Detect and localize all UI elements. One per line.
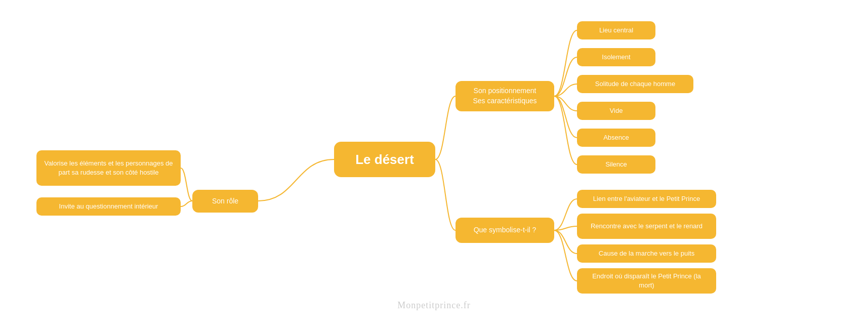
leaf-endroit: Endroit où disparaît le Petit Prince (la… [577, 268, 716, 294]
leaf-vide: Vide [577, 102, 655, 120]
leaf-valorise: Valorise les éléments et les personnages… [36, 150, 181, 186]
mindmap-container: Le désert Son positionnementSes caractér… [0, 0, 868, 331]
leaf-lien: Lien entre l'aviateur et le Petit Prince [577, 190, 716, 208]
leaf-isolement: Isolement [577, 48, 655, 66]
leaf-cause: Cause de la marche vers le puits [577, 244, 716, 263]
watermark: Monpetitprince.fr [397, 300, 470, 311]
positionnement-label: Son positionnementSes caractéristiques [473, 86, 536, 106]
leaf-rencontre: Rencontre avec le serpent et le renard [577, 214, 716, 239]
center-label: Le désert [355, 150, 414, 169]
leaf-invite: Invite au questionnement intérieur [36, 197, 181, 216]
symbolise-label: Que symbolise-t-il ? [474, 225, 536, 235]
node-positionnement: Son positionnementSes caractéristiques [456, 81, 554, 111]
leaf-solitude: Solitude de chaque homme [577, 75, 693, 93]
node-role: Son rôle [192, 190, 258, 213]
leaf-lieu-central: Lieu central [577, 21, 655, 39]
leaf-absence: Absence [577, 129, 655, 147]
role-label: Son rôle [212, 196, 238, 206]
center-node: Le désert [334, 142, 435, 177]
leaf-silence: Silence [577, 155, 655, 174]
node-symbolise: Que symbolise-t-il ? [456, 218, 554, 243]
